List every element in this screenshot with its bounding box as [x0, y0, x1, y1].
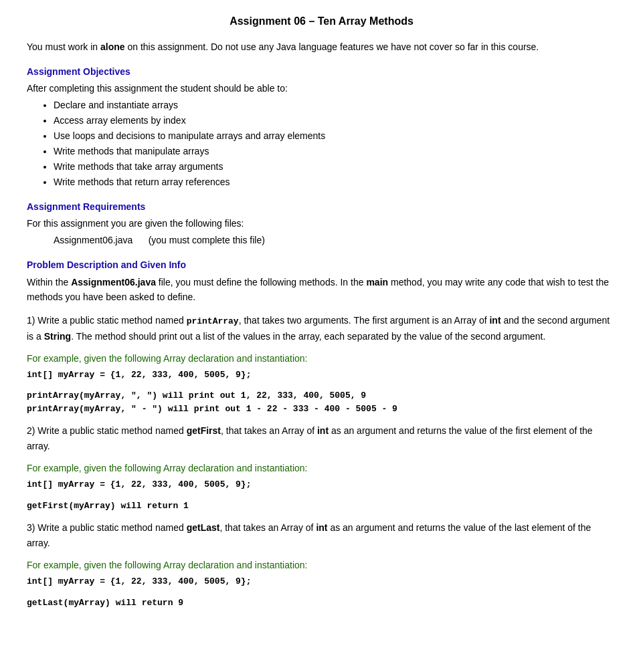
- list-item: Access array elements by index: [54, 114, 616, 128]
- objectives-description: After completing this assignment the stu…: [27, 82, 616, 96]
- requirements-section: Assignment Requirements For this assignm…: [27, 200, 616, 247]
- requirements-description: For this assignment you are given the fo…: [27, 217, 616, 231]
- method3-intro: 3) Write a public static method named ge…: [27, 520, 616, 550]
- file-note: (you must complete this file): [149, 235, 265, 245]
- method1-call-2: printArray(myArray, " - ") will print ou…: [27, 403, 616, 416]
- method2-call: getFirst(myArray) will return 1: [27, 499, 616, 513]
- file-name: Assignment06.java: [54, 235, 132, 245]
- method3-call: getLast(myArray) will return 9: [27, 596, 616, 610]
- list-item: Write methods that return array referenc…: [54, 175, 616, 189]
- method2-intro: 2) Write a public static method named ge…: [27, 423, 616, 453]
- method1-call-1: printArray(myArray, ", ") will print out…: [27, 389, 616, 403]
- objectives-list: Declare and instantiate arrays Access ar…: [54, 98, 616, 189]
- list-item: Use loops and decisions to manipulate ar…: [54, 129, 616, 143]
- objectives-heading: Assignment Objectives: [27, 65, 616, 79]
- method2-example-label: For example, given the following Array d…: [27, 461, 616, 475]
- list-item: Write methods that manipulate arrays: [54, 144, 616, 158]
- list-item: Declare and instantiate arrays: [54, 98, 616, 112]
- problem-heading: Problem Description and Given Info: [27, 258, 616, 272]
- list-item: Write methods that take array arguments: [54, 160, 616, 174]
- method2-array-decl: int[] myArray = {1, 22, 333, 400, 5005, …: [27, 478, 616, 491]
- method1-array-decl: int[] myArray = {1, 22, 333, 400, 5005, …: [27, 368, 616, 382]
- method3-array-decl: int[] myArray = {1, 22, 333, 400, 5005, …: [27, 575, 616, 588]
- requirements-heading: Assignment Requirements: [27, 200, 616, 214]
- file-info: Assignment06.java (you must complete thi…: [54, 233, 616, 247]
- method1-calls: printArray(myArray, ", ") will print out…: [27, 389, 616, 415]
- method3-call-text: getLast(myArray): [27, 598, 110, 608]
- problem-section: Problem Description and Given Info Withi…: [27, 258, 616, 609]
- method3-example-label: For example, given the following Array d…: [27, 558, 616, 572]
- method1-example-label: For example, given the following Array d…: [27, 352, 616, 366]
- problem-description: Within the Assignment06.java file, you m…: [27, 275, 616, 305]
- method2-call-text: getFirst(myArray): [27, 501, 116, 511]
- page-title: Assignment 06 – Ten Array Methods: [27, 13, 616, 29]
- intro-paragraph: You must work in alone on this assignmen…: [27, 40, 616, 54]
- method1-intro: 1) Write a public static method named pr…: [27, 313, 616, 344]
- objectives-section: Assignment Objectives After completing t…: [27, 65, 616, 189]
